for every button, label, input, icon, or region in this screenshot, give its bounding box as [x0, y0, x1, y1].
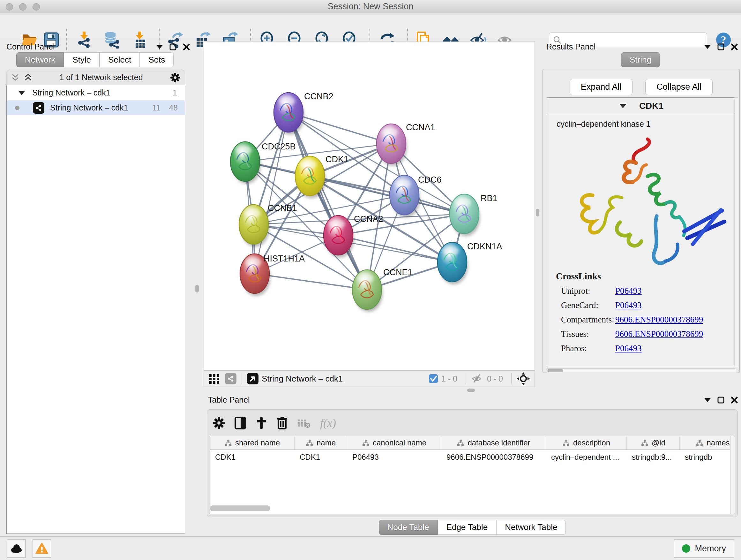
- cloud-icon: [10, 543, 23, 554]
- network-collection-row[interactable]: String Network – cdk1 1: [7, 85, 185, 100]
- cloud-button[interactable]: [7, 539, 25, 558]
- crosslink-row: Tissues:9606.ENSP00000378699: [556, 329, 736, 339]
- zoom-window-button[interactable]: [32, 3, 40, 10]
- panel-menu-icon[interactable]: [704, 45, 711, 49]
- panel-menu-icon[interactable]: [704, 398, 711, 402]
- collapse-all-button[interactable]: Collapse All: [645, 79, 713, 95]
- table-vertical-scrollbar[interactable]: [730, 436, 735, 514]
- network-options-gear-icon[interactable]: [170, 72, 180, 83]
- network-canvas[interactable]: CCNB2CCNA1CDC25BCDK1CDC6RB1CCNB1CCNA2CDK…: [204, 42, 535, 370]
- memory-status-dot: [682, 544, 690, 553]
- network-edge-count: 48: [169, 103, 178, 112]
- minimize-window-button[interactable]: [19, 3, 26, 10]
- node-label-CCNA1: CCNA1: [406, 123, 435, 132]
- add-column-icon[interactable]: [256, 417, 267, 429]
- table-cell[interactable]: stringdb:9...: [627, 450, 680, 464]
- string-view-icon[interactable]: [225, 373, 237, 384]
- panel-float-icon[interactable]: [170, 44, 177, 51]
- bottom-divider-handle[interactable]: [467, 388, 475, 392]
- tab-network-table[interactable]: Network Table: [496, 520, 566, 535]
- column-header-canonicalname[interactable]: canonical name: [347, 436, 441, 449]
- crosslink-value-link[interactable]: P06493: [615, 300, 642, 310]
- crosslink-label: Uniprot:: [556, 286, 615, 296]
- crosslink-label: Pharos:: [556, 344, 615, 354]
- warnings-button[interactable]: [32, 539, 51, 558]
- panel-float-icon[interactable]: [718, 44, 724, 51]
- network-node-CCNB2[interactable]: [274, 92, 304, 135]
- table-horizontal-scrollbar[interactable]: [210, 505, 270, 511]
- memory-label: Memory: [695, 544, 726, 554]
- network-node-CCNB1[interactable]: [239, 205, 269, 247]
- tab-select[interactable]: Select: [99, 52, 140, 67]
- network-node-CDKN1A[interactable]: [437, 242, 468, 285]
- fit-selected-crosshair-icon[interactable]: [517, 372, 530, 385]
- memory-button[interactable]: Memory: [674, 539, 734, 558]
- network-node-CDC6[interactable]: [390, 175, 420, 217]
- panel-menu-icon[interactable]: [156, 45, 163, 49]
- crosslink-value-link[interactable]: P06493: [615, 286, 642, 296]
- tab-sets[interactable]: Sets: [140, 52, 174, 67]
- column-header-namespace[interactable]: namespace: [680, 436, 735, 449]
- selected-checkbox-icon[interactable]: [428, 374, 438, 383]
- gene-card-header[interactable]: CDK1: [547, 98, 736, 114]
- table-cell[interactable]: P06493: [347, 450, 441, 464]
- expand-all-button[interactable]: Expand All: [569, 79, 633, 95]
- delete-column-icon[interactable]: [277, 417, 287, 429]
- table-cell[interactable]: CDK1: [210, 450, 294, 464]
- results-vertical-scrollbar[interactable]: [734, 98, 738, 367]
- network-node-CCNE1[interactable]: [352, 270, 383, 312]
- crosslink-value-link[interactable]: 9606.ENSP00000378699: [615, 329, 703, 339]
- control-panel-tabs: Network Style Select Sets: [0, 52, 190, 67]
- crosslink-value-link[interactable]: P06493: [615, 344, 642, 354]
- column-header-name[interactable]: name: [294, 436, 347, 449]
- birdseye-view-icon[interactable]: [247, 373, 259, 384]
- tab-style[interactable]: Style: [64, 52, 99, 67]
- right-divider-handle[interactable]: [536, 209, 539, 216]
- table-cell[interactable]: stringdb: [680, 450, 735, 464]
- network-node-CCNA2[interactable]: [324, 215, 354, 258]
- collection-expand-icon[interactable]: [18, 91, 25, 95]
- column-header-sharedname[interactable]: shared name: [210, 436, 294, 449]
- crosslink-label: Compartments:: [556, 315, 615, 325]
- network-node-CDC25B[interactable]: [230, 142, 261, 184]
- expand-all-networks-icon[interactable]: [11, 74, 19, 81]
- tab-string[interactable]: String: [621, 52, 660, 67]
- network-edge[interactable]: [255, 273, 367, 290]
- network-row[interactable]: String Network – cdk1 11 48: [7, 100, 185, 115]
- results-panel-tabs: String: [540, 52, 741, 67]
- network-node-RB1[interactable]: [450, 194, 480, 236]
- column-header-description[interactable]: description: [546, 436, 627, 449]
- title-bar: Session: New Session: [0, 0, 741, 13]
- main-toolbar: ?: [0, 13, 741, 40]
- panel-float-icon[interactable]: [718, 396, 724, 403]
- panel-close-icon[interactable]: [731, 44, 738, 51]
- node-table-header: shared namenamecanonical namedatabase id…: [210, 436, 735, 450]
- table-cell[interactable]: cyclin–dependent ...: [546, 450, 627, 464]
- results-horizontal-scrollbar[interactable]: [547, 368, 736, 373]
- column-header-databaseidentifier[interactable]: database identifier: [441, 436, 546, 449]
- left-divider-handle[interactable]: [195, 285, 199, 293]
- panel-close-icon[interactable]: [731, 396, 738, 403]
- network-edge[interactable]: [255, 112, 288, 273]
- table-options-gear-icon[interactable]: [213, 417, 225, 429]
- network-node-CDK1[interactable]: [295, 156, 326, 198]
- tab-node-table[interactable]: Node Table: [379, 520, 438, 535]
- network-status-dot: [15, 106, 19, 110]
- column-header-id[interactable]: @id: [627, 436, 680, 449]
- crosslink-row: GeneCard:P06493: [556, 300, 736, 310]
- collapse-all-networks-icon[interactable]: [24, 74, 32, 81]
- panel-close-icon[interactable]: [183, 44, 190, 51]
- table-cell[interactable]: CDK1: [294, 450, 347, 464]
- hidden-eye-icon[interactable]: [471, 373, 484, 384]
- table-row[interactable]: CDK1CDK1P064939606.ENSP00000378699cyclin…: [210, 450, 735, 464]
- network-edge[interactable]: [338, 235, 452, 262]
- tab-edge-table[interactable]: Edge Table: [438, 520, 496, 535]
- results-panel-header: Results Panel: [546, 42, 738, 51]
- table-cell[interactable]: 9606.ENSP00000378699: [441, 450, 546, 464]
- close-window-button[interactable]: [6, 3, 13, 10]
- show-columns-icon[interactable]: [234, 417, 246, 429]
- gene-card-collapse-icon[interactable]: [619, 104, 626, 108]
- grid-view-icon[interactable]: [208, 373, 220, 384]
- tab-network[interactable]: Network: [16, 52, 64, 67]
- crosslink-value-link[interactable]: 9606.ENSP00000378699: [615, 315, 703, 325]
